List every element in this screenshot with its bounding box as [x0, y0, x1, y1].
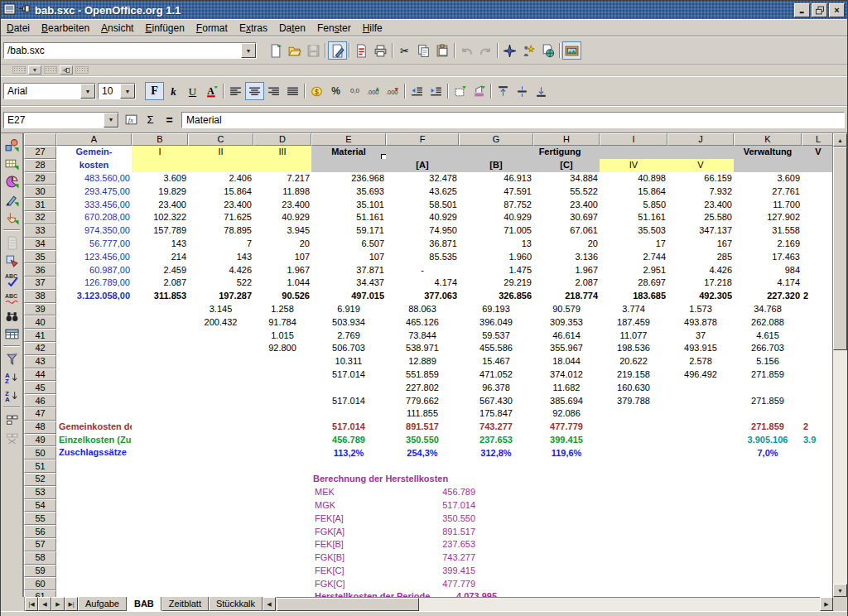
cell-B51[interactable] [132, 460, 188, 473]
cell-K29[interactable]: 3.609 [734, 172, 802, 185]
row-header-28[interactable]: 28 [24, 159, 56, 172]
cell-L37[interactable] [802, 277, 832, 290]
cell-L44[interactable] [802, 368, 832, 382]
cell-F46[interactable]: 779.662 [386, 394, 459, 407]
cell-K60[interactable] [734, 577, 802, 590]
column-header-D[interactable]: D [253, 133, 311, 146]
cell-L55[interactable] [802, 512, 832, 525]
cell-G35[interactable]: 1.960 [459, 250, 533, 263]
bold-icon[interactable]: F [145, 82, 164, 100]
select-all-corner[interactable] [24, 133, 56, 146]
cell-I44[interactable]: 219.158 [600, 368, 667, 382]
percent-icon[interactable]: % [326, 82, 345, 100]
cell-G47[interactable]: 175.847 [459, 407, 533, 421]
cell-I42[interactable]: 198.536 [600, 342, 667, 355]
next-sheet-button[interactable]: ▶ [51, 597, 65, 611]
cell-I60[interactable] [600, 577, 667, 590]
cell-I47[interactable] [600, 407, 667, 421]
cell-B43[interactable] [132, 355, 188, 368]
cell-H29[interactable]: 34.884 [533, 172, 600, 185]
cell-C43[interactable] [188, 355, 253, 368]
cell-F29[interactable]: 32.478 [386, 172, 459, 185]
cell-G38[interactable]: 326.856 [459, 290, 533, 303]
cell-K55[interactable] [734, 512, 802, 525]
cell-F30[interactable]: 43.625 [386, 185, 459, 198]
row-header-56[interactable]: 56 [24, 525, 56, 538]
spellcheck-icon[interactable]: ABC [2, 270, 22, 288]
menu-daten[interactable]: Daten [273, 22, 311, 35]
cell-reference-box[interactable]: E27 ▼ [3, 112, 119, 128]
cell-D41[interactable]: 1.015 [253, 329, 311, 342]
cell-J37[interactable]: 17.218 [667, 277, 734, 290]
cell-H43[interactable]: 18.044 [533, 355, 600, 368]
sheet-tab-zeitblatt[interactable]: Zeitblatt [161, 597, 209, 611]
cell-L33[interactable] [802, 224, 832, 238]
cell-F38[interactable]: 377.063 [386, 290, 459, 303]
row-header-46[interactable]: 46 [24, 394, 56, 407]
cell-I30[interactable]: 15.864 [600, 185, 667, 198]
scroll-down-icon[interactable]: ▼ [833, 584, 847, 597]
cell-G41[interactable]: 59.537 [459, 329, 533, 342]
cell-C61[interactable] [188, 590, 253, 597]
cell-K50[interactable]: 7,0% [734, 446, 802, 460]
cell-G43[interactable]: 15.467 [459, 355, 533, 368]
cell-B46[interactable] [132, 394, 188, 407]
cell-C41[interactable] [188, 329, 253, 342]
cell-B55[interactable] [132, 512, 188, 525]
cell-B29[interactable]: 3.609 [132, 172, 188, 185]
cell-G29[interactable]: 46.913 [459, 172, 533, 185]
row-header-44[interactable]: 44 [24, 368, 56, 382]
row-header-53[interactable]: 53 [24, 486, 56, 499]
cell-K56[interactable] [734, 525, 802, 538]
cell-C54[interactable] [188, 499, 253, 513]
autospellcheck-icon[interactable]: ABC [2, 288, 22, 306]
row-header-51[interactable]: 51 [24, 460, 56, 473]
cell-E42[interactable]: 506.703 [311, 342, 386, 355]
row-header-58[interactable]: 58 [24, 551, 56, 565]
cell-J40[interactable]: 493.878 [667, 315, 734, 329]
cell-E29[interactable]: 236.968 [311, 172, 386, 185]
increase-indent-icon[interactable] [426, 82, 446, 100]
cell-I40[interactable]: 187.459 [600, 315, 667, 329]
cell-D33[interactable]: 3.945 [253, 224, 311, 238]
cell-G48[interactable]: 743.277 [459, 421, 533, 434]
column-header-E[interactable]: E [311, 133, 386, 146]
cell-B40[interactable] [132, 315, 188, 329]
cell-I36[interactable]: 2.951 [600, 263, 667, 277]
menu-format[interactable]: Format [190, 22, 234, 35]
cell-H58[interactable] [533, 551, 600, 565]
cell-A41[interactable] [56, 329, 132, 342]
toolbar-grip[interactable] [12, 66, 26, 74]
row-header-39[interactable]: 39 [24, 303, 56, 316]
cell-E57[interactable]: 237.653FEK[B] [311, 538, 533, 551]
row-header-33[interactable]: 33 [24, 224, 56, 238]
scroll-tabs-left-button[interactable]: ◀ [263, 597, 276, 611]
row-header-37[interactable]: 37 [24, 277, 56, 290]
cell-D37[interactable]: 1.044 [253, 277, 311, 290]
cell-A45[interactable] [56, 381, 132, 394]
cell-A59[interactable] [56, 565, 132, 578]
cell-F41[interactable]: 73.844 [386, 329, 459, 342]
cell-E51[interactable] [311, 460, 386, 473]
cell-A54[interactable] [56, 499, 132, 513]
font-size-dropdown-icon[interactable]: ▼ [120, 84, 135, 99]
cell-B45[interactable] [132, 381, 188, 394]
pin-toolbar-icon[interactable] [60, 65, 73, 75]
cell-A61[interactable] [56, 590, 132, 597]
cell-E54[interactable]: 517.014MGK [311, 499, 533, 513]
cell-H57[interactable] [533, 538, 600, 551]
cell-J54[interactable] [667, 499, 734, 513]
cell-K35[interactable]: 17.463 [734, 250, 802, 263]
cell-B60[interactable] [132, 577, 188, 590]
menu-bearbeiten[interactable]: Bearbeiten [36, 22, 95, 35]
cell-A27[interactable]: Gemein- [56, 146, 132, 159]
standard-format-icon[interactable]: 0,0 [345, 82, 364, 100]
cell-reference-dropdown-icon[interactable]: ▼ [104, 113, 118, 128]
cell-C46[interactable] [188, 394, 253, 407]
datasources-icon[interactable] [2, 325, 22, 343]
cell-D53[interactable] [253, 486, 311, 499]
cell-A32[interactable]: 670.208,00 [56, 211, 132, 224]
cell-I41[interactable]: 11.077 [600, 329, 667, 342]
vertical-scrollbar-thumb[interactable] [833, 147, 847, 350]
cell-C50[interactable] [188, 446, 253, 460]
